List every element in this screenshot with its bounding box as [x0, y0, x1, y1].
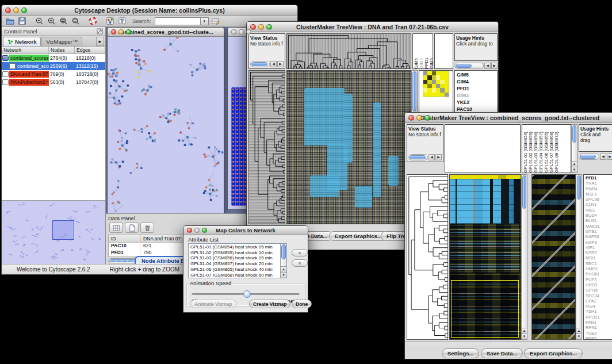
gene-label[interactable]: YKE2 [457, 99, 497, 106]
attribute-item[interactable]: GPL51-07 (GSM868) heat shock 60 min [190, 273, 280, 277]
gene-label[interactable]: GIM4 [457, 78, 497, 85]
column-label[interactable]: PFD1 [424, 58, 429, 68]
column-label[interactable]: GIM5 [414, 58, 419, 68]
create-vizmap-button[interactable]: Create Vizmap [249, 300, 290, 308]
new-attribute-icon[interactable] [125, 223, 139, 233]
view-status-scrollbar[interactable]: ◀▶ [408, 154, 442, 160]
attribute-item[interactable]: GPL51-06 (GSM865) heat shock 40 min [190, 267, 280, 273]
save-data-button[interactable]: Save Data... [481, 348, 523, 358]
gene-label[interactable]: CLN1 [586, 202, 612, 207]
dialog-titlebar[interactable]: Map Colors to Network [183, 226, 308, 235]
column-label[interactable]: GPL51-06 (GSM865) [544, 132, 549, 173]
tab-network[interactable]: Network [3, 37, 41, 46]
col-nodes[interactable]: Nodes [49, 47, 75, 53]
gene-label[interactable]: CPA2 [586, 298, 612, 304]
float-panel-icon[interactable] [97, 28, 103, 35]
zoom-button[interactable] [246, 29, 251, 35]
similarity-matrix[interactable] [423, 71, 449, 97]
zoom-button[interactable] [21, 7, 27, 13]
treeview2-titlebar[interactable]: ClusterMaker TreeView : combined_scores_… [405, 113, 612, 123]
gene-label[interactable]: PFD1 [457, 85, 497, 92]
treeview2-column-dendrogram[interactable] [445, 124, 521, 173]
gene-label[interactable]: BUD4 [586, 213, 612, 218]
gene-label[interactable]: RPO21 [586, 315, 612, 320]
column-label[interactable]: GIM3 [429, 58, 433, 68]
close-button[interactable] [187, 228, 192, 233]
treeview1-titlebar[interactable]: ClusterMaker TreeView : DNA and Tran 07-… [247, 22, 498, 32]
gene-label[interactable]: YSH1 [586, 309, 612, 314]
gene-label[interactable]: RPN1 [586, 325, 612, 330]
column-label[interactable]: GPL51-04 (GSM857) [538, 132, 544, 173]
save-icon[interactable] [17, 16, 27, 26]
done-button[interactable]: Done [292, 300, 312, 308]
zoom-button[interactable] [126, 29, 131, 35]
gene-label[interactable]: GIM3 [457, 92, 497, 99]
usage-hints-scrollbar[interactable]: ◀▶ [579, 154, 612, 160]
zoom-heatmap-scrollbar[interactable]: ▲▼ [576, 174, 582, 340]
attribute-item[interactable]: GPL51-02 (GSM855) heat shock 10 min [190, 250, 280, 256]
gene-label[interactable]: FIG4 [586, 304, 612, 309]
gene-label[interactable]: PUF3 [586, 277, 612, 282]
network-row[interactable]: combined_scores 2764(0) 16218(0) [2, 54, 105, 62]
network-row[interactable]: combined_sco 2569(6) 13112(15) [2, 62, 105, 70]
minimize-button[interactable] [239, 29, 244, 35]
zoom-fit-icon[interactable] [58, 16, 68, 26]
column-label[interactable]: GPL51-08 (GSM872) [554, 132, 559, 173]
main-titlebar[interactable]: Cytoscape Desktop (Session Name: collins… [2, 5, 297, 16]
gene-label[interactable]: MSI1 [586, 255, 612, 260]
network-row[interactable]: RNAPuberNov2+ 563(0) 107847(0) [2, 78, 105, 86]
gene-label[interactable]: HRD3 [586, 282, 612, 288]
gene-label[interactable]: NIS1 [586, 208, 612, 213]
close-button[interactable] [250, 24, 256, 30]
network-canvas[interactable] [108, 37, 224, 213]
search-input[interactable] [155, 17, 201, 25]
column-label[interactable]: GPL51-01 (GSM854) [523, 132, 528, 173]
tab-overflow-button[interactable]: ► [96, 37, 104, 46]
gene-label[interactable]: PAN1 [586, 320, 612, 325]
gene-label[interactable]: SEC24 [586, 293, 612, 298]
treeview2-zoom-heatmap[interactable] [531, 174, 576, 340]
minimize-button[interactable] [118, 29, 124, 35]
gene-label[interactable]: SEC1 [586, 261, 612, 266]
treeview1-column-dendrogram[interactable] [286, 33, 411, 69]
column-labels-scrollbar[interactable]: ▲▼ [571, 124, 577, 173]
zoom-button[interactable] [266, 24, 272, 30]
col-network[interactable]: Network [2, 47, 49, 53]
help-lifesaver-icon[interactable] [87, 16, 98, 26]
attribute-item[interactable]: GPL51-01 (GSM854) heat shock 05 min [190, 244, 280, 250]
column-label[interactable]: GPL51-02 (GSM855) [528, 132, 533, 173]
gene-label[interactable]: TCB3 [586, 331, 612, 336]
animate-vizmap-button[interactable]: Animate Vizmap [190, 300, 236, 308]
export-graphics-button[interactable]: Export Graphics... [329, 231, 388, 241]
filter-icon[interactable] [117, 16, 127, 26]
column-label[interactable]: GPL51-07 (GSM868) [549, 132, 554, 173]
col-edges[interactable]: Edges [75, 47, 105, 53]
zoom-in-icon[interactable] [46, 16, 56, 26]
attribute-list[interactable]: GPL51-01 (GSM854) heat shock 05 minGPL51… [188, 243, 287, 278]
view-status-scrollbar[interactable]: ◀▶ [250, 61, 284, 67]
attribute-table-icon[interactable] [109, 223, 123, 233]
gene-label[interactable]: YRA1 [586, 181, 612, 186]
gene-label[interactable]: GIM5 [457, 71, 497, 78]
zoom-out-icon[interactable] [34, 16, 44, 26]
gene-label[interactable]: GPI16 [586, 288, 612, 293]
move-up-button[interactable]: ∧ [292, 249, 308, 256]
edit-table-icon[interactable] [211, 16, 221, 26]
move-down-button[interactable]: ∨ [292, 259, 308, 267]
dense-grid-network[interactable] [231, 87, 247, 206]
zoom-button[interactable] [424, 115, 430, 121]
network-row[interactable]: DNA and Tran 07 769(0) 183728(0) [2, 70, 105, 78]
export-graphics-button[interactable]: Export Graphics... [524, 348, 583, 358]
attribute-list-scrollbar[interactable]: ▲▼ [280, 244, 286, 278]
close-button[interactable] [111, 29, 116, 35]
minimize-button[interactable] [258, 24, 264, 30]
gene-label[interactable]: PHO81 [586, 271, 612, 277]
gene-label[interactable]: RNR4 [586, 186, 612, 191]
tab-vizmapper[interactable]: VizMapper™ [41, 37, 82, 46]
attribute-item[interactable]: GPL51-03 (GSM856) heat shock 15 min [190, 255, 280, 261]
attribute-item[interactable]: GPL51-04 (GSM857) heat shock 20 min [190, 261, 280, 267]
col-id[interactable]: ID [109, 235, 141, 242]
gene-label[interactable]: GTB1 [586, 229, 612, 234]
zoom-button[interactable] [202, 228, 207, 233]
minimize-button[interactable] [194, 228, 200, 233]
